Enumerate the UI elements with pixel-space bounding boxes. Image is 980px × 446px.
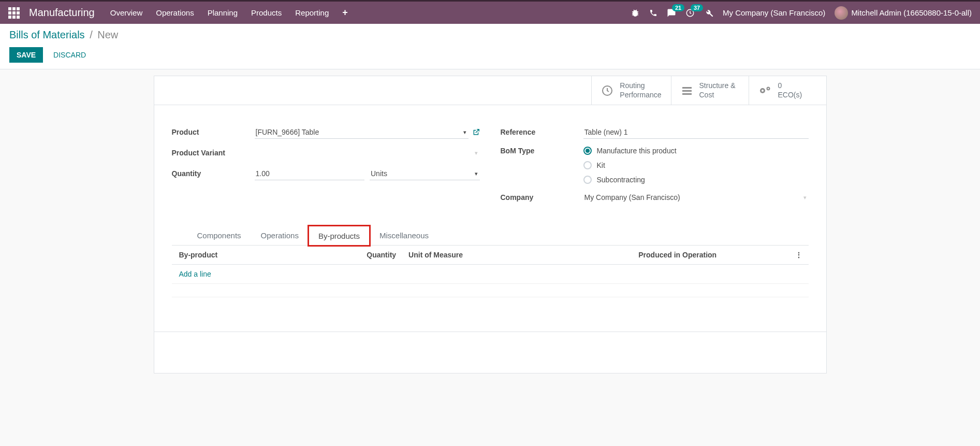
col-options-icon[interactable]: ⋮ xyxy=(789,246,809,265)
col-byproduct[interactable]: By-product xyxy=(172,246,300,265)
top-nav: Manufacturing Overview Operations Planni… xyxy=(0,0,980,24)
activities-badge: 37 xyxy=(691,4,703,11)
menu-operations[interactable]: Operations xyxy=(156,8,194,17)
label-product: Product xyxy=(172,128,255,136)
tab-byproducts[interactable]: By-products xyxy=(309,226,370,246)
breadcrumb-current: New xyxy=(97,29,118,40)
quantity-input[interactable] xyxy=(255,167,365,180)
external-link-icon[interactable] xyxy=(473,128,480,136)
svg-rect-3 xyxy=(682,90,692,92)
tools-icon[interactable] xyxy=(704,8,713,18)
radio-manufacture-label: Manufacture this product xyxy=(597,147,677,155)
main-menu: Overview Operations Planning Products Re… xyxy=(110,7,348,18)
stat-routing-line2: Performance xyxy=(620,91,661,100)
breadcrumb-separator: / xyxy=(90,29,93,40)
stat-routing-line1: Routing xyxy=(620,81,661,91)
control-panel: Bills of Materials / New SAVE DISCARD xyxy=(0,24,980,69)
svg-point-6 xyxy=(762,90,764,92)
stat-ecos[interactable]: 0 ECO(s) xyxy=(749,76,826,105)
menu-products[interactable]: Products xyxy=(251,8,282,17)
reference-input[interactable] xyxy=(583,126,809,139)
stat-eco-label: ECO(s) xyxy=(778,91,802,100)
uom-input[interactable] xyxy=(370,167,480,180)
notebook-tabs: Components Operations By-products Miscel… xyxy=(172,225,809,246)
sheet-footer-spacer xyxy=(154,332,826,373)
svg-rect-4 xyxy=(682,93,692,95)
tab-misc[interactable]: Miscellaneous xyxy=(370,225,438,245)
discard-button[interactable]: DISCARD xyxy=(51,47,88,63)
list-icon xyxy=(681,84,693,97)
phone-icon[interactable] xyxy=(649,9,657,17)
form-left-column: Product ▾ Product Variant xyxy=(172,125,480,211)
label-variant: Product Variant xyxy=(172,149,255,157)
menu-overview[interactable]: Overview xyxy=(110,8,143,17)
radio-kit-label: Kit xyxy=(597,161,605,169)
stat-routing-performance[interactable]: Routing Performance xyxy=(591,76,670,105)
apps-icon[interactable] xyxy=(8,7,21,19)
col-quantity[interactable]: Quantity xyxy=(300,246,402,265)
label-company: Company xyxy=(501,193,583,202)
byproducts-table: By-product Quantity Unit of Measure Prod… xyxy=(172,246,809,311)
user-name: Mitchell Admin (16650880-15-0-all) xyxy=(851,8,972,17)
stat-struct-line2: Cost xyxy=(699,91,736,100)
gears-icon xyxy=(758,84,772,97)
col-uom[interactable]: Unit of Measure xyxy=(402,246,566,265)
label-reference: Reference xyxy=(501,128,583,136)
add-menu-icon[interactable]: + xyxy=(342,7,348,18)
stat-structure-cost[interactable]: Structure & Cost xyxy=(671,76,749,105)
form-sheet: Routing Performance Structure & Cost 0 xyxy=(154,76,827,373)
messages-badge: 21 xyxy=(672,4,684,11)
radio-checked-icon xyxy=(583,147,592,155)
radio-subcontracting[interactable]: Subcontracting xyxy=(583,176,809,184)
radio-kit[interactable]: Kit xyxy=(583,161,809,169)
table-row: Add a line xyxy=(172,265,809,284)
save-button[interactable]: SAVE xyxy=(9,47,43,63)
col-produced[interactable]: Produced in Operation xyxy=(566,246,789,265)
user-avatar xyxy=(835,6,848,20)
stat-eco-count: 0 xyxy=(778,81,802,91)
menu-planning[interactable]: Planning xyxy=(208,8,238,17)
breadcrumb-root[interactable]: Bills of Materials xyxy=(9,29,85,40)
company-input[interactable] xyxy=(583,191,809,204)
user-menu[interactable]: Mitchell Admin (16650880-15-0-all) xyxy=(835,6,972,20)
svg-point-8 xyxy=(767,88,768,89)
clock-icon xyxy=(601,84,613,97)
variant-input[interactable] xyxy=(255,147,480,160)
activities-icon[interactable]: 37 xyxy=(685,8,695,18)
tab-components[interactable]: Components xyxy=(187,225,251,245)
add-line-link[interactable]: Add a line xyxy=(179,270,211,278)
label-bom-type: BoM Type xyxy=(501,146,583,155)
product-input[interactable] xyxy=(255,126,469,139)
svg-rect-2 xyxy=(682,87,692,89)
radio-unchecked-icon xyxy=(583,176,592,184)
form-right-column: Reference BoM Type Manufacture this prod… xyxy=(501,125,809,211)
systray: 21 37 My Company (San Francisco) Mitchel… xyxy=(631,6,972,20)
company-switcher[interactable]: My Company (San Francisco) xyxy=(723,8,825,17)
radio-manufacture[interactable]: Manufacture this product xyxy=(583,147,809,155)
stat-buttons: Routing Performance Structure & Cost 0 xyxy=(154,76,826,105)
tab-operations[interactable]: Operations xyxy=(251,225,309,245)
brand-title[interactable]: Manufacturing xyxy=(29,7,95,19)
menu-reporting[interactable]: Reporting xyxy=(295,8,329,17)
radio-unchecked-icon xyxy=(583,161,592,169)
bug-icon[interactable] xyxy=(631,8,640,18)
messages-icon[interactable]: 21 xyxy=(667,8,676,18)
breadcrumb: Bills of Materials / New xyxy=(9,29,971,41)
radio-sub-label: Subcontracting xyxy=(597,176,645,184)
label-quantity: Quantity xyxy=(172,169,255,178)
stat-struct-line1: Structure & xyxy=(699,81,736,91)
